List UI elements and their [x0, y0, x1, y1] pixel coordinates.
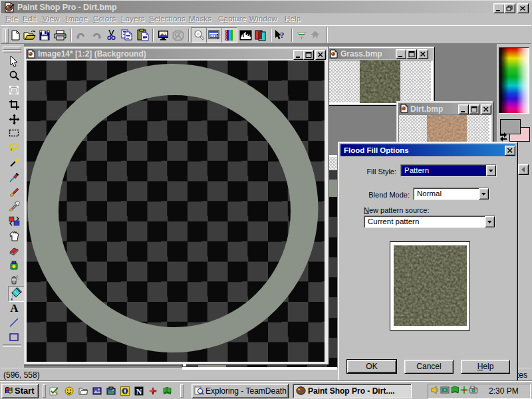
svg-text:N: N	[136, 387, 142, 396]
svg-text:A: A	[10, 303, 19, 315]
svg-text:?: ?	[280, 30, 285, 40]
